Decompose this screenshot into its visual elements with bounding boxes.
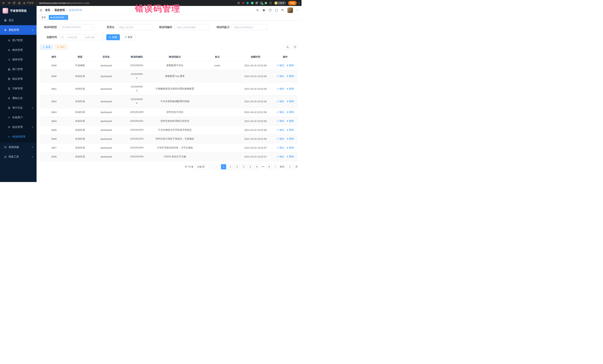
cell-app: dashboard [93,143,120,152]
profile-chip[interactable]: 已暂停 [274,1,286,5]
delete-link[interactable]: 删除 [287,75,294,78]
browser-home-icon[interactable] [18,1,21,4]
edit-link[interactable]: 修改 [277,119,284,123]
page-button[interactable]: 2 [228,164,233,169]
export-button[interactable]: 导出 [55,44,67,50]
page-button[interactable]: 8 [267,164,272,169]
tag-home[interactable]: 首页 [39,15,48,20]
page-button[interactable]: 4 [241,164,246,169]
sidebar-item-home[interactable]: 首页 [0,16,36,25]
tag-close-icon[interactable]: × [65,16,66,19]
delete-link[interactable]: 删除 [287,119,294,123]
caret-down-icon[interactable] [296,9,299,11]
reset-button[interactable]: 重置 [122,34,135,40]
browser-reload-icon[interactable] [13,1,16,4]
bookmark-star-icon[interactable] [237,1,240,4]
sidebar-item-role-management[interactable]: 角色管理 [0,45,36,55]
breadcrumb-item[interactable]: 系统管理 [54,9,65,12]
delete-link[interactable]: 删除 [287,87,294,90]
browser-back-icon[interactable] [2,1,5,4]
edit-link[interactable]: 修改 [277,110,284,114]
app-logo[interactable]: 芋道管理系统 [0,6,36,16]
app-name-input[interactable] [117,24,152,30]
sidebar-item-post-management[interactable]: 岗位管理 [0,74,36,84]
cell-id: 3940 [40,70,68,82]
browser-menu-icon[interactable] [299,2,299,4]
font-size-icon[interactable]: TT [281,9,284,11]
next-page-button[interactable] [273,164,278,169]
sidebar-item-notice[interactable]: 通知公告 [0,93,36,103]
sidebar-item-user-management[interactable]: 用户管理 [0,36,36,45]
edit-link[interactable]: 修改 [277,137,284,141]
sidebar-item-dept-management[interactable]: 部门管理 [0,65,36,74]
extension-leaf-icon[interactable] [265,2,267,4]
breadcrumb-item[interactable]: 首页 [45,9,50,12]
sidebar-item-online-users[interactable]: 在线用户 [0,113,36,122]
edit-link[interactable]: 修改 [277,75,284,78]
sidebar-item-error-code-management[interactable]: 错误码管理 [0,132,36,142]
sidebar-item-sms-management[interactable]: 短信管理 [0,122,36,132]
page-button[interactable]: 1 [221,164,226,169]
sidebar-item-label: 岗位管理 [12,77,23,81]
security-indicator[interactable]: 不安全 [23,1,34,5]
toggle-search-button[interactable] [285,44,290,50]
toolbar-right [285,44,298,50]
more-pages-icon[interactable]: ••• [261,165,265,168]
sidebar-item-dict-management[interactable]: 字典管理 [0,84,36,93]
end-date-input[interactable] [82,34,97,40]
extension-on-icon[interactable]: on [260,2,263,4]
sidebar-item-menu-management[interactable]: 菜单管理 [0,55,36,65]
sidebar-toggle-icon[interactable] [39,9,43,12]
edit-link[interactable]: 修改 [277,155,284,158]
edit-link[interactable]: 修改 [277,100,284,103]
prev-page-button[interactable] [214,164,220,169]
browser-update-button[interactable]: 更新 [288,1,297,5]
refresh-table-button[interactable] [292,44,298,50]
add-button[interactable]: 新增 [40,44,53,50]
delete-link[interactable]: 删除 [287,128,294,132]
delete-link[interactable]: 删除 [287,110,294,114]
user-avatar[interactable] [287,7,293,13]
delete-link[interactable]: 删除 [287,155,294,158]
search-icon[interactable] [256,9,259,12]
tag-error-code-management[interactable]: 错误码管理 × [49,15,68,20]
delete-link[interactable]: 删除 [287,100,294,103]
page-button[interactable]: 5 [248,164,253,169]
extension-teal-icon[interactable] [246,2,249,4]
edit-link[interactable]: 修改 [277,146,284,149]
search-button[interactable]: 搜索 [106,34,120,40]
page-button[interactable]: 3 [234,164,240,169]
fullscreen-icon[interactable] [275,9,278,12]
sidebar-item-dev-tools[interactable]: 研发工具 [0,152,36,162]
github-icon[interactable] [262,9,265,12]
edit-link[interactable]: 修改 [277,64,284,67]
edit-link[interactable]: 修改 [277,128,284,132]
goto-page-input[interactable] [286,164,294,169]
page-button[interactable]: 6 [254,164,260,169]
address-bar[interactable]: dashboard.yudao.iocoder.cn/system/error-… [39,2,89,4]
edit-link[interactable]: 修改 [277,87,284,90]
chevron-down-icon [91,26,93,28]
error-type-select[interactable]: 请选择错误码类型 [59,24,95,30]
sidebar-item-label: 首页 [9,19,14,22]
sidebar-item-audit-log[interactable]: 审计日志 [0,103,36,113]
pagination-total: 共 76 条 [185,165,194,168]
browser-forward-icon[interactable] [7,1,10,4]
start-date-input[interactable] [65,34,79,40]
extensions-puzzle-icon[interactable] [269,1,272,4]
extension-grid-icon[interactable] [256,2,258,4]
help-icon[interactable]: ? [269,9,272,12]
error-code-input[interactable] [174,24,210,30]
extension-red-icon[interactable] [242,2,244,4]
vue-devtools-icon[interactable]: V [251,2,254,4]
error-hint-input[interactable] [232,24,267,30]
font-size-glyph: T [281,9,283,11]
date-range-picker[interactable]: - [59,34,103,40]
delete-link[interactable]: 删除 [287,146,294,149]
edit-icon [277,120,279,122]
sidebar-item-infrastructure[interactable]: 基础设施 [0,142,36,152]
page-size-select[interactable]: 10条/页 [195,164,213,169]
delete-link[interactable]: 删除 [287,137,294,141]
delete-link[interactable]: 删除 [287,64,294,67]
sidebar-item-system-management[interactable]: 系统管理 [0,25,36,35]
